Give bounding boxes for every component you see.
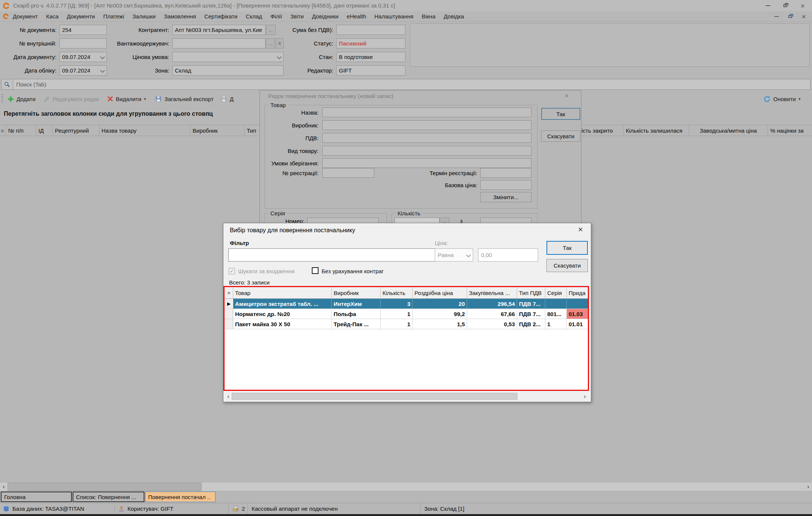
mdi-close-icon[interactable]: × [798, 12, 810, 21]
tab-main[interactable]: Головна [1, 492, 72, 502]
storage-field[interactable] [322, 158, 531, 168]
mdi-minimize-icon[interactable] [771, 12, 783, 21]
minimize-button-icon[interactable] [759, 0, 777, 11]
ignore-contragent-checkbox[interactable] [312, 267, 319, 274]
doc-number-field[interactable]: 254 [59, 25, 107, 35]
tab-return-to-supplier[interactable]: Повернення постачал .. [145, 492, 216, 502]
menu-windows[interactable]: Вікна [417, 11, 440, 21]
scroll-right-icon[interactable]: › [804, 483, 812, 490]
close-button-icon[interactable]: × [794, 0, 811, 11]
grid-grip-icon[interactable]: ≡ [0, 125, 6, 136]
col-product-name[interactable]: Назва товару [99, 125, 190, 136]
mdi-restore-icon[interactable] [784, 12, 796, 21]
table-row[interactable]: Пакет майка 30 Х 50 Трейд-Пак ... 1 1,5 … [225, 319, 588, 329]
col-quantity[interactable]: Кількість [381, 288, 413, 298]
toolbar-grip-icon[interactable] [2, 94, 3, 103]
price-op-select[interactable]: Равна [435, 248, 473, 262]
scroll-right-icon[interactable]: › [581, 393, 588, 400]
menu-kasa[interactable]: Каса [42, 11, 63, 21]
registration-field[interactable] [322, 168, 374, 178]
filter-label: Фільтр [230, 240, 249, 246]
search-entry-checkbox[interactable]: ✓ [229, 268, 235, 274]
filter-input[interactable] [231, 251, 433, 259]
tab-returns-list[interactable]: Список: Повернення ... [73, 492, 144, 502]
menu-payments[interactable]: Платежі [99, 11, 128, 21]
col-id[interactable]: ІД [36, 125, 53, 136]
dialog-hscroll-thumb[interactable] [232, 393, 518, 400]
app-logo-icon [3, 3, 9, 9]
col-expiry[interactable]: Прида [567, 288, 588, 298]
price-value-input[interactable]: 0,00 [478, 248, 538, 262]
row-dialog-ok-button[interactable]: Так [541, 108, 580, 120]
statusbar-device-count: 2 [232, 505, 247, 512]
col-producer[interactable]: Виробник [190, 125, 244, 136]
sum-no-vat-field[interactable] [336, 25, 405, 35]
chevron-down-icon[interactable] [100, 68, 105, 73]
vat-field[interactable] [322, 133, 531, 143]
col-purchase-price[interactable]: Закупівельна ... [467, 288, 517, 298]
scroll-left-icon[interactable]: ‹ [0, 483, 8, 490]
restore-button-icon[interactable] [777, 0, 794, 11]
main-hscrollbar[interactable]: ‹ › [0, 483, 812, 491]
contragent-field[interactable]: Апт №003 пгт.Барышевка, ул.Кие [172, 25, 266, 35]
row-marker-empty [225, 309, 233, 319]
state-field: В подготовке [336, 52, 405, 62]
dialog-close-icon[interactable]: × [565, 92, 569, 100]
row-dialog-cancel-button[interactable]: Скасувати [541, 130, 580, 142]
add-button[interactable]: Додати [8, 96, 35, 102]
menu-certificates[interactable]: Сертифікати [200, 11, 241, 21]
select-ok-button[interactable]: Так [546, 241, 588, 255]
col-retail-price[interactable]: Роздрібна ціна [413, 288, 467, 298]
doc-date-field[interactable]: 09.07.2024 [59, 52, 107, 62]
col-product[interactable]: Товар [233, 288, 332, 298]
kind-field[interactable] [322, 146, 531, 156]
menu-stocks[interactable]: Залишки [128, 11, 160, 21]
menu-help[interactable]: Довідка [440, 11, 468, 21]
table-row[interactable]: ▶ Амицитрон экстратаб табл. ... ИнтерХим… [225, 299, 588, 309]
consignee-field[interactable] [172, 38, 266, 48]
name-field[interactable] [322, 107, 531, 117]
col-recipe[interactable]: Рецептурний [53, 125, 99, 136]
menu-orders[interactable]: Замовлення [160, 11, 200, 21]
producer-label: Виробник: [267, 120, 319, 130]
col-qty-closed[interactable]: ість закрито [579, 125, 624, 136]
registration-term-field[interactable] [480, 168, 531, 178]
export-button[interactable]: Загальний експорт [155, 95, 214, 102]
scroll-left-icon[interactable]: ‹ [225, 393, 232, 400]
menu-branches[interactable]: Філії [266, 11, 286, 21]
chevron-down-icon[interactable] [100, 54, 105, 59]
base-price-field[interactable] [480, 180, 531, 190]
col-series[interactable]: Серія [545, 288, 567, 298]
internal-number-field[interactable] [59, 38, 107, 48]
change-button[interactable]: Змінити... [480, 192, 531, 202]
menu-reports[interactable]: Звіти [286, 11, 308, 21]
acc-date-field[interactable]: 09.07.2024 [59, 65, 107, 76]
col-qty-left[interactable]: Кількість залишилася [624, 125, 689, 136]
main-hscroll-thumb[interactable] [8, 483, 202, 491]
menu-ehealth[interactable]: eHealth [343, 11, 370, 21]
col-markup[interactable]: % націнки за [768, 125, 811, 136]
menu-documents[interactable]: Документи [62, 11, 99, 21]
menu-settings[interactable]: Налаштування [370, 11, 418, 21]
select-cancel-button[interactable]: Скасувати [546, 259, 588, 272]
print-button[interactable]: Д [220, 95, 234, 102]
col-npp[interactable]: № п/п [6, 125, 36, 136]
menu-document[interactable]: Документ [9, 11, 42, 21]
col-factory-price[interactable]: Заводська/митна ціна [689, 125, 768, 136]
menu-warehouse[interactable]: Склад [241, 11, 266, 21]
dialog-close-icon[interactable]: × [578, 225, 583, 235]
expired-date-cell[interactable]: 01.03 [567, 309, 588, 319]
refresh-button[interactable]: Оновити ▾ [763, 92, 800, 105]
edit-row-button[interactable]: Редагувати рядок [44, 96, 99, 102]
producer-field[interactable] [322, 120, 531, 130]
delete-button[interactable]: Видалити ▾ [107, 96, 146, 102]
sum-no-vat-label: Сума без ПДВ): [263, 25, 333, 35]
dialog-hscrollbar[interactable]: ‹ › [225, 393, 588, 400]
col-producer[interactable]: Виробник [332, 288, 381, 298]
col-vat-type[interactable]: Тип ПДВ [517, 288, 545, 298]
col-type[interactable]: Тип [244, 125, 260, 136]
row-marker-empty [225, 319, 233, 329]
search-input[interactable] [13, 79, 810, 89]
table-row[interactable]: Норматенс др. №20 Польфа 1 99,2 67,66 ПД… [225, 309, 588, 319]
menu-directories[interactable]: Довідники [308, 11, 343, 21]
